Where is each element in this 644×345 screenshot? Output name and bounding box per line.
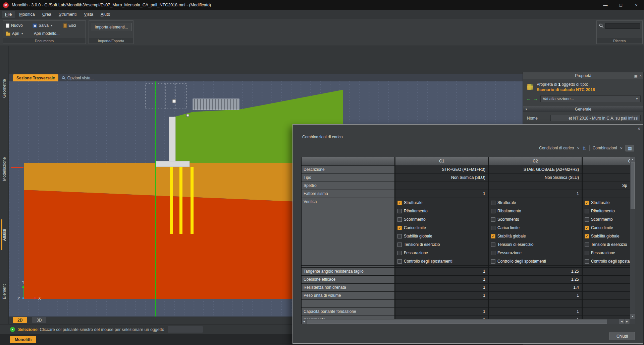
open-template-button[interactable]: Apri modello... [34, 31, 60, 36]
surcharge-load[interactable] [193, 99, 239, 110]
cell-c2[interactable]: 1 [489, 190, 582, 198]
check-c3-3[interactable]: ✓Carico limite [583, 224, 635, 232]
scroll-down-icon[interactable]: ▼ [630, 314, 635, 319]
cell-c3[interactable] [583, 308, 635, 316]
cell-c2[interactable]: 1 [489, 292, 582, 299]
check-c2-3[interactable]: Carico limite [489, 224, 582, 232]
check-c2-4[interactable]: ✓Stabilità globale [489, 232, 582, 240]
vertical-scrollbar[interactable]: ▲ ▼ [630, 157, 635, 324]
manage-combinations-button[interactable]: ▦ [626, 145, 634, 151]
save-button[interactable]: Salva ▼ [33, 23, 53, 28]
cell-c3[interactable]: Sp [583, 182, 635, 190]
checkbox-unchecked[interactable] [585, 251, 589, 255]
cell-c3[interactable] [583, 174, 635, 182]
cell-c2[interactable]: 1 [489, 308, 582, 316]
cell-c3[interactable] [583, 268, 635, 275]
minimize-button[interactable]: — [598, 0, 613, 10]
new-button[interactable]: Nuovo [6, 23, 23, 28]
close-button[interactable]: × [629, 0, 644, 10]
check-c2-5[interactable]: Tensioni di esercizio [489, 240, 582, 249]
cell-c2[interactable]: 1.4 [489, 284, 582, 291]
checkbox-unchecked[interactable] [491, 217, 495, 222]
cell-c2[interactable]: 1.25 [489, 276, 582, 283]
scroll-left-icon[interactable]: ◀ [302, 319, 307, 324]
menu-strumenti[interactable]: Strumenti [55, 11, 80, 18]
check-c1-3[interactable]: ✓Carico limite [395, 224, 488, 232]
checkbox-unchecked[interactable] [585, 209, 589, 213]
check-c1-2[interactable]: Scorrimento [395, 215, 488, 224]
cell-c2[interactable]: 1.25 [489, 268, 582, 275]
cell-c3[interactable] [583, 190, 635, 198]
cell-c1[interactable]: 1 [395, 190, 488, 198]
check-c3-7[interactable]: Controllo degli spostamenti [583, 257, 635, 265]
exit-button[interactable]: Esci [63, 23, 76, 28]
view-options-button[interactable]: Opzioni vista... [62, 74, 94, 81]
nav-forward-button[interactable]: → [533, 96, 538, 101]
open-dropdown-icon[interactable]: ▼ [21, 32, 23, 35]
cell-c1[interactable]: STR+GEO (A1+M1+R3) [395, 166, 488, 174]
checkbox-checked[interactable]: ✓ [585, 234, 589, 238]
checkbox-unchecked[interactable] [491, 201, 495, 205]
column-header-c1[interactable]: C1 [395, 157, 488, 165]
cell-c3[interactable] [583, 284, 635, 291]
checkbox-unchecked[interactable] [397, 259, 402, 264]
checkbox-unchecked[interactable] [491, 259, 495, 264]
delete-combination-icon[interactable]: × [620, 146, 623, 151]
dock-icon[interactable]: ▣ [634, 74, 637, 78]
maximize-button[interactable]: □ [613, 0, 629, 10]
check-c2-6[interactable]: Fessurazione [489, 249, 582, 257]
checkbox-unchecked[interactable] [491, 243, 495, 247]
menu-aiuto[interactable]: Aiuto [97, 11, 114, 18]
check-c3-2[interactable]: Scorrimento [583, 215, 635, 224]
scroll-left2-icon[interactable]: ◀ [619, 319, 624, 324]
cell-c1[interactable]: 1 [395, 276, 488, 283]
check-c1-6[interactable]: Fessurazione [395, 249, 488, 257]
checkbox-unchecked[interactable] [397, 217, 402, 222]
cell-c1[interactable]: 1 [395, 284, 488, 291]
collapse-icon[interactable]: ▼ [525, 108, 528, 111]
cell-c2[interactable] [489, 182, 582, 190]
vertical-scroll-thumb[interactable] [631, 162, 635, 209]
checkbox-checked[interactable]: ✓ [585, 226, 589, 230]
check-c1-5[interactable]: Tensioni di esercizio [395, 240, 488, 249]
cell-c1[interactable]: Non Sismica (SLU) [395, 174, 488, 182]
checkbox-unchecked[interactable] [397, 251, 402, 255]
tab-2d[interactable]: 2D [13, 317, 27, 323]
chiudi-button[interactable]: Chiudi [609, 332, 635, 340]
menu-file[interactable]: File [2, 11, 15, 18]
cell-c3[interactable] [583, 292, 635, 299]
section-generale-header[interactable]: ▼ Generale [523, 106, 643, 112]
cell-c2[interactable]: STAB. GLOBALE (A2+M2+R2) [489, 166, 582, 174]
soil-layer-lower[interactable] [24, 190, 304, 299]
horizontal-scroll-thumb[interactable] [307, 320, 607, 324]
horizontal-scrollbar[interactable]: ◀ ◀ ▶ [302, 319, 630, 324]
cell-c1[interactable]: 1 [395, 308, 488, 316]
menu-crea[interactable]: Crea [39, 11, 55, 18]
open-button[interactable]: Apri ▼ [6, 31, 23, 36]
check-c3-5[interactable]: Tensioni di esercizio [583, 240, 635, 249]
check-c3-6[interactable]: Fessurazione [583, 249, 635, 257]
delete-condition-icon[interactable]: × [577, 146, 580, 151]
cell-c1[interactable] [395, 182, 488, 190]
checkbox-unchecked[interactable] [397, 234, 402, 238]
sidebar-item-elementi[interactable]: Elementi [0, 279, 9, 304]
cell-c2[interactable]: Non Sismica (SLU) [489, 174, 582, 182]
cell-c3[interactable] [583, 166, 635, 174]
check-c3-0[interactable]: ✓Strutturale [583, 199, 635, 207]
check-c2-0[interactable]: Strutturale [489, 199, 582, 207]
properties-header[interactable]: Proprietà ▣ × [523, 72, 643, 79]
checkbox-unchecked[interactable] [585, 259, 589, 264]
dialog-close-icon[interactable]: × [638, 126, 640, 131]
checkbox-checked[interactable]: ✓ [397, 226, 402, 230]
sidebar-item-geometrie[interactable]: Geometrie [0, 76, 9, 101]
menu-vista[interactable]: Vista [80, 11, 97, 18]
check-c1-0[interactable]: ✓Strutturale [395, 199, 488, 207]
column-header-c3[interactable]: C [583, 157, 635, 165]
scroll-right-icon[interactable]: ▶ [625, 319, 630, 324]
tab-sezione-trasversale[interactable]: Sezione Trasversale [13, 74, 58, 81]
checkbox-unchecked[interactable] [491, 226, 495, 230]
scroll-up-icon[interactable]: ▲ [630, 157, 635, 162]
sort-icon[interactable]: ⇅ [583, 146, 586, 151]
check-c3-1[interactable]: Ribaltamento [583, 207, 635, 215]
checkbox-checked[interactable]: ✓ [397, 201, 402, 205]
